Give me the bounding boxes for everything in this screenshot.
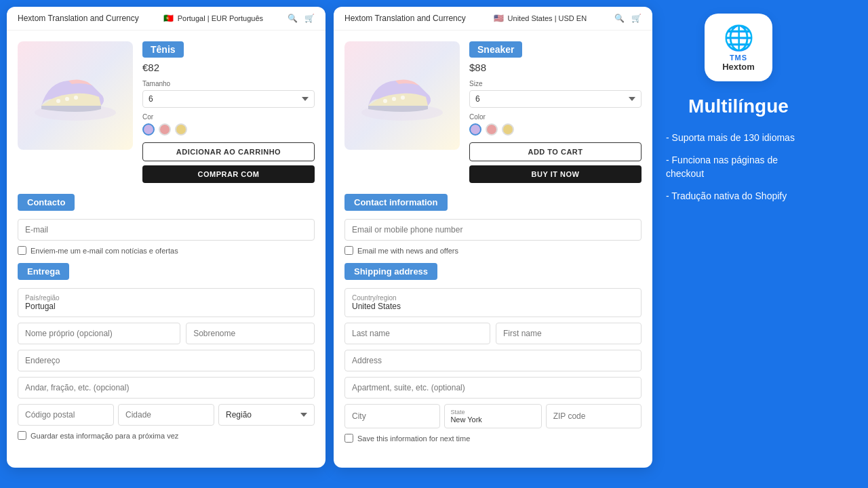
svg-point-5 [383, 99, 387, 103]
search-icon[interactable]: 🔍 [288, 14, 298, 23]
left-buy-now-button[interactable]: COMPRAR COM [142, 165, 315, 183]
right-color-purple[interactable] [469, 123, 481, 136]
right-locale-text: United States | USD EN [508, 14, 587, 22]
left-apt-field[interactable] [18, 377, 315, 399]
left-address-field[interactable] [18, 350, 315, 371]
right-address-field[interactable] [344, 350, 642, 371]
main-content: Hextom Translation and Currency 🇵🇹 Portu… [7, 7, 861, 468]
left-color-yellow[interactable] [175, 123, 187, 136]
left-region-select[interactable]: Região [218, 404, 315, 426]
left-product-image [18, 41, 133, 150]
svg-point-1 [56, 99, 60, 103]
right-firstname-field[interactable] [496, 323, 642, 344]
left-name-row [18, 323, 315, 344]
left-color-label: Cor [142, 113, 315, 121]
left-postal-field[interactable] [18, 404, 114, 426]
right-add-cart-button[interactable]: ADD TO CART [469, 142, 642, 161]
feature-list: - Suporta mais de 130 idiomas - Funciona… [660, 131, 816, 213]
right-flag: 🇺🇸 [494, 14, 504, 23]
right-buy-now-button[interactable]: BUY IT NOW [469, 165, 642, 183]
svg-point-3 [74, 96, 78, 100]
right-zip-field[interactable] [546, 404, 642, 428]
right-lastname-field[interactable] [344, 323, 490, 344]
right-store-name: Hextom Translation and Currency [344, 14, 466, 23]
left-store-name: Hextom Translation and Currency [18, 14, 139, 23]
hextom-label: Hextom [722, 62, 755, 72]
right-country-label: Country/region [352, 294, 634, 302]
right-icons: 🔍 🛒 [614, 14, 642, 23]
left-city-row: Região [18, 404, 315, 426]
right-newsletter-label: Email me with news and offers [357, 247, 458, 255]
right-email-field[interactable] [344, 219, 642, 241]
right-state-wrapper[interactable]: State New York [444, 404, 541, 428]
right-size-select[interactable]: 678 [469, 90, 642, 108]
right-shipping-badge: Shipping address [344, 263, 437, 280]
right-product-image [344, 41, 460, 150]
right-apt-field[interactable] [344, 377, 642, 399]
right-newsletter-checkbox[interactable] [344, 246, 353, 255]
left-lastname-field[interactable] [186, 323, 315, 344]
left-country-wrapper[interactable]: País/região Portugal [18, 288, 315, 317]
tms-logo: 🌐 TMS Hextom [705, 14, 772, 81]
left-color-pink[interactable] [159, 123, 171, 136]
left-save-info-row: Guardar esta informação para a próxima v… [18, 431, 315, 440]
globe-icon: 🌐 [724, 24, 754, 52]
left-contact-badge: Contacto [18, 194, 75, 211]
right-locale: 🇺🇸 United States | USD EN [494, 14, 587, 23]
right-country-wrapper[interactable]: Country/region United States [344, 288, 642, 317]
right-size-label: Size [469, 80, 642, 87]
right-product-section: Sneaker $88 Size 678 Color ADD TO CART B… [334, 30, 652, 194]
right-state-label: State [450, 409, 535, 415]
left-firstname-field[interactable] [18, 323, 180, 344]
right-city-row: State New York [344, 404, 642, 428]
left-add-cart-button[interactable]: ADICIONAR AO CARRINHO [142, 142, 315, 161]
right-color-pink[interactable] [486, 123, 498, 136]
left-shipping-badge: Entrega [18, 263, 69, 280]
right-city-field[interactable] [344, 404, 440, 428]
right-newsletter-row: Email me with news and offers [344, 246, 642, 255]
right-state-display: State New York [444, 404, 541, 428]
right-country-display: Country/region United States [344, 288, 642, 317]
left-checkout: Contacto Enviem-me um e-mail com notícia… [7, 194, 326, 459]
feature-item-1: - Suporta mais de 130 idiomas [660, 131, 816, 145]
right-country-value: United States [352, 302, 401, 311]
left-locale: 🇵🇹 Portugal | EUR Português [163, 14, 263, 23]
cart-icon[interactable]: 🛒 [304, 14, 315, 23]
right-color-yellow[interactable] [502, 123, 514, 136]
left-locale-text: Portugal | EUR Português [178, 14, 263, 22]
multilingual-title: Multilíngue [688, 95, 789, 118]
left-country-value: Portugal [25, 302, 56, 311]
right-contact-badge: Contact information [344, 194, 448, 211]
right-name-row [344, 323, 642, 344]
left-size-select[interactable]: 678 [142, 90, 315, 108]
left-product-badge: Tênis [142, 41, 184, 58]
right-cart-icon[interactable]: 🛒 [631, 14, 642, 23]
tms-label: TMS [730, 54, 747, 62]
svg-point-2 [65, 97, 69, 101]
right-search-icon[interactable]: 🔍 [614, 14, 625, 23]
right-product-details: Sneaker $88 Size 678 Color ADD TO CART B… [469, 41, 642, 183]
right-save-info-checkbox[interactable] [344, 434, 353, 443]
right-save-info-label: Save this information for next time [357, 434, 470, 443]
left-color-purple[interactable] [142, 123, 155, 136]
left-color-options [142, 123, 315, 136]
left-email-field[interactable] [18, 219, 315, 241]
right-product-price: $88 [469, 62, 642, 73]
right-save-info-row: Save this information for next time [344, 434, 642, 443]
left-save-info-checkbox[interactable] [18, 431, 26, 440]
feature-item-2: - Funciona nas páginas de checkout [660, 154, 816, 180]
right-checkout: Contact information Email me with news a… [334, 194, 652, 462]
right-state-value: New York [450, 415, 481, 424]
left-save-info-label: Guardar esta informação para a próxima v… [31, 432, 178, 440]
svg-point-7 [401, 96, 405, 100]
left-size-label: Tamanho [142, 80, 315, 87]
left-icons: 🔍 🛒 [288, 14, 315, 23]
left-newsletter-checkbox[interactable] [18, 246, 26, 255]
left-city-field[interactable] [118, 404, 214, 426]
left-country-label: País/região [25, 294, 307, 302]
right-shoe-svg [355, 62, 450, 129]
right-product-badge: Sneaker [469, 41, 522, 58]
left-card: Hextom Translation and Currency 🇵🇹 Portu… [7, 7, 326, 468]
left-country-display: País/região Portugal [18, 288, 315, 317]
feature-item-3: - Tradução nativa do Shopify [660, 190, 816, 203]
